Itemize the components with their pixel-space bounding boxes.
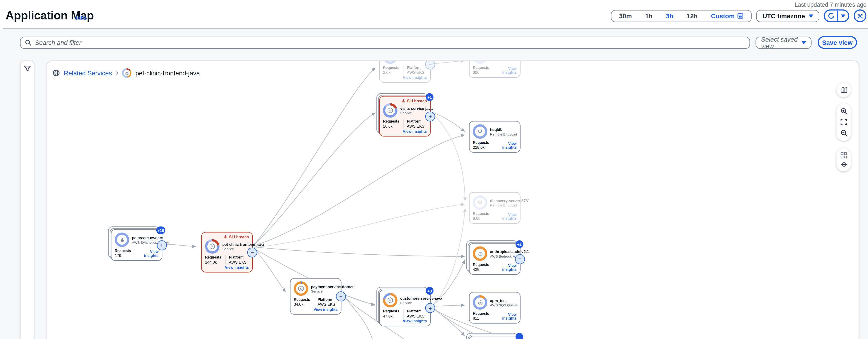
node-title: anthropic.claude-v2:1 <box>490 250 517 253</box>
expand-node-button[interactable]: + <box>425 111 435 121</box>
application-map-page: Application Map Info Last updated 7 minu… <box>0 0 868 339</box>
gear-icon: ⚙ <box>478 129 483 134</box>
grid-layout-button[interactable] <box>838 150 850 160</box>
breadcrumb-related-services[interactable]: Related Services <box>64 69 112 76</box>
node-type: Service <box>222 247 249 251</box>
saved-view-select[interactable]: Select saved view <box>755 36 811 49</box>
topology-edges <box>47 61 859 339</box>
collapse-node-button[interactable]: − <box>336 291 346 301</box>
fit-to-screen-button[interactable] <box>838 117 850 128</box>
grouped-count-badge: +1 <box>426 93 434 101</box>
expand-arrows-icon <box>857 12 863 19</box>
node-apm-test[interactable]: apm_testAWS SQS Queue Requests811 View i… <box>469 292 520 323</box>
refresh-icon <box>827 12 835 20</box>
refresh-button[interactable] <box>825 11 837 21</box>
grouped-count-badge: +3 <box>426 287 434 295</box>
minimap-button[interactable] <box>837 83 851 97</box>
fullscreen-button[interactable] <box>854 9 866 22</box>
warning-icon: ⚠ <box>224 235 227 239</box>
content-area: Select saved view Save view Related Serv… <box>0 29 868 339</box>
node-offscreen-bottom[interactable] <box>469 336 520 339</box>
refresh-options-button[interactable] <box>837 11 848 21</box>
node-hsqldb[interactable]: ⚙ hsqldbRemote Endpoint Requests225.0k V… <box>469 121 520 152</box>
layout-tools-group <box>837 148 851 172</box>
time-range-custom[interactable]: Custom <box>711 12 744 19</box>
info-link[interactable]: Info <box>75 15 86 21</box>
node-title: apm_test <box>490 298 517 302</box>
node-visits-service-java[interactable]: ⚠SLI breach K visits-service-javaService… <box>379 96 431 136</box>
node-title: payment-service-dotnet <box>311 284 337 288</box>
node-pet-clinic-frontend-java[interactable]: ⚠SLI breach K pet-clinic-frontend-javaSe… <box>201 232 253 273</box>
view-insights-link[interactable]: View insights <box>383 319 427 323</box>
map-canvas[interactable]: Related Services › pet-clinic-frontend-j… <box>46 61 859 339</box>
time-controls: 30m 1h 3h 12h Custom UTC timezone <box>611 9 866 22</box>
timezone-selector[interactable]: UTC timezone <box>756 10 819 22</box>
time-range-30m[interactable]: 30m <box>619 12 632 19</box>
view-insights-link[interactable]: View insights <box>383 129 427 133</box>
view-insights-link[interactable]: View insights <box>138 250 158 258</box>
view-insights-link[interactable]: View insights <box>497 213 517 220</box>
node-title: pc-create-owners <box>132 236 158 239</box>
time-range-1h[interactable]: 1h <box>645 12 652 19</box>
time-range-3h-selected[interactable]: 3h <box>666 12 673 19</box>
view-insights-link[interactable]: View insights <box>294 308 338 311</box>
search-icon <box>25 39 32 46</box>
search-input[interactable] <box>35 39 745 46</box>
node-type: Remote Endpoint <box>490 203 517 207</box>
chevron-down-icon <box>802 41 806 45</box>
view-insights-link[interactable]: View insights <box>497 264 517 272</box>
node-title: hsqldb <box>490 128 517 131</box>
expand-node-button[interactable]: + <box>425 303 435 313</box>
health-ring <box>115 233 129 247</box>
view-insights-link[interactable]: View insights <box>497 66 517 75</box>
node-title: discovery-server:8761 <box>490 198 517 202</box>
time-range-12h[interactable]: 12h <box>687 12 698 19</box>
node-offscreen-top-endpoint[interactable]: Requests306 View insights <box>469 61 520 78</box>
chevron-down-icon <box>841 14 845 17</box>
expand-node-button[interactable]: + <box>515 254 525 264</box>
sli-breach-badge: ⚠SLI breach <box>402 99 427 103</box>
svg-text:K: K <box>211 245 213 248</box>
node-title: customers-service-java <box>400 296 427 300</box>
node-type: AWS Synthetics Canary <box>132 240 158 244</box>
view-insights-link[interactable]: View insights <box>383 75 427 79</box>
health-ring <box>473 295 487 310</box>
zoom-out-button[interactable] <box>838 128 850 138</box>
node-type: Remote Endpoint <box>490 132 517 136</box>
filter-panel[interactable] <box>20 61 34 339</box>
save-view-button[interactable]: Save view <box>818 36 857 49</box>
view-insights-link[interactable]: View insights <box>497 142 517 149</box>
map-icon <box>840 86 847 93</box>
zoom-in-button[interactable] <box>838 106 850 117</box>
filter-funnel-icon <box>24 65 31 72</box>
view-insights-link[interactable]: View insights <box>205 265 249 269</box>
sli-breach-badge: ⚠SLI breach <box>224 235 249 239</box>
node-discovery-server-8761[interactable]: ⚙ discovery-server:8761Remote Endpoint R… <box>469 192 520 224</box>
health-ring <box>473 247 487 261</box>
zoom-tools-group <box>837 103 851 141</box>
node-type: Service <box>400 111 427 115</box>
node-offscreen-top-service[interactable]: Requests2.0k PlatformAWS EKS View insigh… <box>379 61 431 83</box>
layers-icon <box>124 71 129 75</box>
auto-arrange-button[interactable] <box>838 160 850 169</box>
node-type: Service <box>311 289 337 293</box>
view-insights-link[interactable]: View insights <box>497 312 517 320</box>
kubernetes-icon: K <box>387 107 394 114</box>
health-ring: ⚙ <box>473 124 487 139</box>
node-anthropic-claude-v2-1[interactable]: anthropic.claude-v2:1AWS Bedrock Model R… <box>469 243 520 275</box>
expand-node-button[interactable]: + <box>157 240 167 250</box>
grid-icon <box>840 152 847 159</box>
node-type: AWS SQS Queue <box>490 303 517 307</box>
time-range-selector: 30m 1h 3h 12h Custom <box>611 10 752 22</box>
node-payment-service-dotnet[interactable]: K payment-service-dotnetService Requests… <box>290 278 341 314</box>
sqs-queue-icon <box>477 300 483 306</box>
node-pc-create-owners[interactable]: pc-create-ownersAWS Synthetics Canary Re… <box>111 229 162 261</box>
collapse-node-button[interactable]: − <box>247 247 257 257</box>
svg-text:K: K <box>300 287 302 290</box>
auto-arrange-icon <box>840 161 847 168</box>
node-customers-service-java[interactable]: K customers-service-javaService Requests… <box>379 290 431 326</box>
warning-icon: ⚠ <box>402 99 405 103</box>
globe-icon <box>53 69 60 77</box>
zoom-in-icon <box>840 108 847 115</box>
last-updated-text: Last updated 7 minutes ago <box>795 1 866 8</box>
